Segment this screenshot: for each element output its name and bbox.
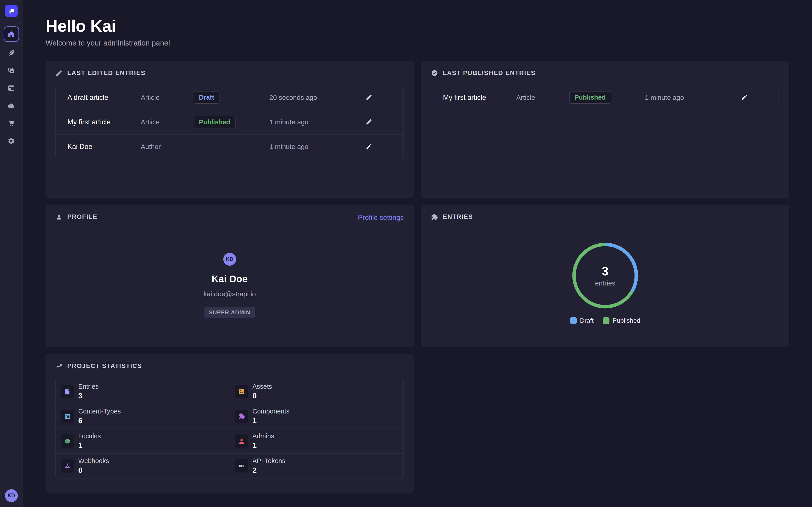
media-images-icon	[7, 67, 15, 74]
stat-iconbox	[61, 410, 74, 423]
card-title: PROJECT STATISTICS	[67, 362, 142, 370]
entry-status: Draft	[194, 91, 269, 104]
edit-entry-button[interactable]	[740, 93, 750, 103]
stat-value: 1	[78, 441, 101, 450]
legend-swatch-draft	[570, 317, 577, 324]
pencil-icon	[366, 143, 372, 150]
stat-label: Components	[252, 408, 289, 415]
globe-icon	[64, 438, 71, 445]
legend-item-published: Published	[603, 317, 640, 324]
donut-center: 3 entries	[571, 242, 639, 309]
sidebar-item-home[interactable]	[4, 26, 19, 42]
entry-kind: Author	[141, 143, 194, 151]
card-title: LAST EDITED ENTRIES	[67, 69, 146, 76]
pencil-icon	[741, 94, 748, 101]
stat-iconbox	[235, 385, 248, 398]
entry-time: 1 minute ago	[269, 118, 364, 126]
sidebar-item-settings[interactable]	[4, 136, 19, 146]
card-header: LAST EDITED ENTRIES	[55, 69, 404, 76]
stat-value: 1	[252, 416, 289, 425]
card-title: ENTRIES	[443, 213, 473, 220]
feather-pen-icon	[7, 49, 15, 57]
last-edited-table: A draft article Article Draft 20 seconds…	[55, 85, 404, 159]
document-icon	[64, 388, 71, 395]
stat-iconbox	[235, 435, 248, 448]
stat-api-tokens: API Tokens 2	[230, 454, 404, 478]
layout-builder-icon	[7, 84, 15, 92]
profile-body: KD Kai Doe kai.doe@strapi.io SUPER ADMIN	[55, 253, 404, 318]
last-published-entries-card: LAST PUBLISHED ENTRIES My first article …	[421, 61, 789, 198]
entry-name: A draft article	[67, 94, 141, 102]
stat-iconbox	[235, 410, 248, 423]
legend-item-draft: Draft	[570, 317, 594, 324]
user-avatar[interactable]: KD	[5, 489, 18, 502]
sidebar-item-content-type-builder[interactable]	[4, 83, 19, 93]
stats-row: Entries 3 Assets	[56, 379, 404, 404]
stat-value: 1	[252, 441, 274, 450]
sidebar: KD	[0, 0, 23, 507]
stats-row: Webhooks 0 API Tokens 2	[56, 453, 404, 478]
page-title: Hello Kai	[46, 16, 789, 36]
dashboard-grid: LAST EDITED ENTRIES A draft article Arti…	[46, 61, 789, 493]
person-icon	[55, 213, 62, 220]
stat-label: Locales	[78, 433, 101, 440]
layout-icon	[64, 413, 71, 420]
card-header: LAST PUBLISHED ENTRIES	[431, 69, 779, 76]
entry-time: 1 minute ago	[645, 94, 740, 101]
image-icon	[238, 388, 245, 395]
stat-iconbox	[235, 459, 248, 472]
status-badge: Published	[569, 91, 611, 104]
sidebar-item-marketplace[interactable]	[4, 118, 19, 128]
nodes-icon	[64, 463, 71, 469]
edit-entry-button[interactable]	[364, 142, 374, 152]
key-icon	[238, 463, 245, 469]
edit-entry-button[interactable]	[364, 117, 374, 127]
stat-components: Components 1	[230, 404, 404, 429]
entry-name: My first article	[443, 94, 516, 102]
puzzle-icon	[238, 413, 245, 420]
stats-table: Entries 3 Assets	[55, 379, 404, 478]
edit-entry-button[interactable]	[364, 93, 374, 103]
sidebar-item-content-manager[interactable]	[4, 48, 19, 58]
stat-value: 6	[78, 416, 121, 425]
table-row: My first article Article Published 1 min…	[56, 110, 404, 134]
profile-avatar: KD	[223, 253, 236, 266]
entry-name: My first article	[67, 118, 141, 126]
sidebar-item-media-library[interactable]	[4, 66, 19, 75]
page-subtitle: Welcome to your administration panel	[46, 39, 789, 47]
puzzle-icon	[431, 213, 438, 220]
stat-label: API Tokens	[252, 457, 285, 465]
sidebar-nav	[0, 22, 22, 146]
role-badge: SUPER ADMIN	[204, 307, 255, 318]
pencil-icon	[366, 94, 372, 101]
sidebar-item-cloud[interactable]	[4, 101, 19, 111]
stat-value: 3	[78, 391, 99, 400]
entry-status: -	[194, 143, 269, 151]
stat-value: 0	[78, 466, 109, 474]
stat-label: Admins	[252, 433, 274, 440]
entry-time: 20 seconds ago	[269, 94, 364, 101]
stat-label: Webhooks	[78, 457, 109, 465]
legend-label: Draft	[580, 317, 594, 324]
stat-iconbox	[61, 459, 74, 472]
strapi-logo[interactable]	[5, 5, 17, 17]
card-header: PROFILE	[55, 213, 404, 220]
entries-total-label: entries	[595, 279, 615, 287]
legend-swatch-published	[603, 317, 609, 324]
entries-chart: 3 entries	[431, 242, 779, 309]
cloud-icon	[7, 102, 15, 110]
status-badge: Published	[194, 116, 236, 128]
check-circle-icon	[431, 70, 438, 76]
strapi-logo-icon	[8, 8, 14, 14]
home-icon	[7, 30, 15, 38]
stat-entries: Entries 3	[56, 379, 230, 404]
pencil-icon	[55, 70, 62, 76]
profile-settings-link[interactable]: Profile settings	[358, 214, 404, 222]
entry-kind: Article	[141, 118, 194, 126]
entry-status: Published	[194, 116, 269, 128]
logo-section	[0, 0, 22, 22]
last-edited-entries-card: LAST EDITED ENTRIES A draft article Arti…	[46, 61, 414, 198]
stat-iconbox	[61, 435, 74, 448]
project-statistics-card: PROJECT STATISTICS Entries 3	[46, 354, 414, 493]
entries-card: ENTRIES 3 entries	[421, 205, 789, 347]
